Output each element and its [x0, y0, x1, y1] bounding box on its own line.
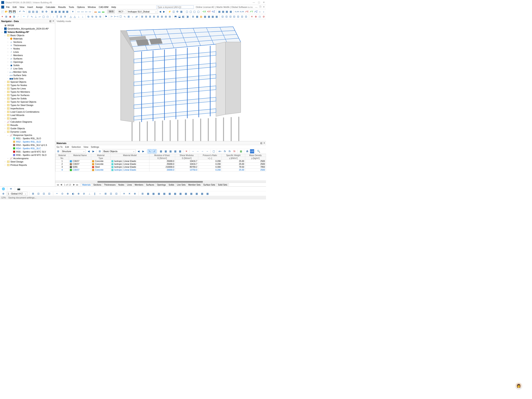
sb-t4-icon[interactable]: ⊡ [47, 192, 51, 196]
flag-icon[interactable]: ⚑ [105, 14, 108, 19]
r-d-icon[interactable]: ▢ [197, 10, 200, 14]
view-x-icon[interactable]: ↗X [245, 10, 248, 14]
vis-g-icon[interactable]: ▦ [215, 14, 218, 19]
tree-types-for-solids[interactable]: ›Types for Solids [0, 97, 55, 100]
draw-f-icon[interactable]: ▢ [42, 14, 45, 19]
vis-c-icon[interactable]: ▦ [200, 14, 203, 19]
calc-icon[interactable]: ⚡ [168, 10, 171, 14]
sun-icon[interactable]: ☀ [71, 10, 74, 14]
load-d-icon[interactable]: ⤋ [63, 14, 67, 19]
tree-guide-objects[interactable]: ›Guide Objects [0, 127, 55, 130]
tree-calculation-diagrams[interactable]: ›📈Calculation Diagrams [0, 120, 55, 123]
tree-steel-design[interactable]: ›Steel Design [0, 160, 55, 163]
tree-sections[interactable]: ›⊥Sections [0, 40, 55, 44]
tree-rs3-spettro-rsl-slv-q-1-5[interactable]: RS3 - Spettro RSL_SLV q=1.5 [0, 143, 55, 147]
sup-c-icon[interactable]: ⟂ [77, 14, 80, 19]
mp-grid-e-icon[interactable]: ▦ [178, 149, 182, 153]
grid-a-icon[interactable]: ▦ [51, 10, 53, 14]
menu-insert[interactable]: Insert [26, 5, 34, 9]
sup-b-icon[interactable]: △ [73, 14, 76, 19]
tab-solids[interactable]: Solids [167, 183, 176, 186]
mp-go2-icon[interactable]: → [196, 149, 200, 153]
seis-label[interactable]: SEIS [107, 10, 115, 13]
keyword-search[interactable] [156, 5, 194, 9]
mdi-minimize[interactable]: — [255, 6, 258, 8]
tree-rs5-spettro-cat-b-ntc-slv[interactable]: RS5 - Spettro cat B NTC SLV [0, 150, 55, 153]
sel-e-icon[interactable]: ⟋ [17, 14, 20, 19]
mp-ab-icon[interactable]: ab= [218, 149, 222, 153]
sel-b-icon[interactable]: ⊞ [5, 14, 8, 19]
sb-s4-icon[interactable]: ◐ [71, 192, 75, 196]
mp-view-icon[interactable]: ▢ [212, 149, 216, 153]
grid-e-icon[interactable]: ▦ [66, 10, 69, 14]
mp-grid-d-icon[interactable]: ▦ [173, 149, 177, 153]
minimize-button[interactable]: — [253, 1, 255, 4]
mp-next-icon[interactable]: ▶ [91, 149, 95, 153]
mod-c-icon[interactable]: ⧉ [95, 14, 98, 19]
nav-pin-icon[interactable]: ◧ [50, 20, 51, 22]
r-b-icon[interactable]: ▢ [189, 10, 192, 14]
ed-f-icon[interactable]: ⊞ [160, 14, 164, 19]
color-b-icon[interactable]: ▬ [98, 10, 101, 14]
m-d-icon[interactable]: ▦ [229, 10, 232, 14]
tree-types-for-lines[interactable]: ›Types for Lines [0, 87, 55, 90]
mp-close-icon[interactable]: ✕ [263, 142, 265, 145]
sb-x1-icon[interactable]: ✕ [122, 192, 126, 196]
sb-coord-combo[interactable]: 1 - Global XYZ [7, 192, 27, 196]
material-row-3[interactable]: 3S355SteelIsotropic | Linear Elastic2100… [56, 166, 266, 169]
dim-d-icon[interactable]: ∿ [123, 14, 126, 19]
mp-del-icon[interactable]: ✕ [184, 149, 189, 153]
sb-p10-icon[interactable]: ▦ [189, 192, 193, 196]
undo-icon[interactable]: ↶ [19, 10, 21, 14]
tree-basic-objects[interactable]: ⌄Basic Objects [0, 34, 55, 37]
snap-c-icon[interactable]: ⊡ [229, 14, 232, 19]
ed-g-icon[interactable]: ⊞ [164, 14, 167, 19]
mod-d-icon[interactable]: ⧉ [99, 14, 102, 19]
material-row-1[interactable]: 1C30/37ConcreteIsotropic | Linear Elasti… [56, 160, 266, 163]
menu-view[interactable]: View [18, 5, 26, 9]
section-d-icon[interactable]: ▭ [89, 10, 91, 14]
mp-fx1-icon[interactable]: fx [223, 149, 227, 153]
materials-table[interactable]: MaterialMaterial NameMaterialMaterial Mo… [55, 154, 266, 181]
tree-load-wizards[interactable]: ›Load Wizards [0, 114, 55, 117]
mp-bnext-icon[interactable]: ▶ [141, 149, 145, 153]
mp-go1-icon[interactable]: → [191, 149, 195, 153]
tree-results[interactable]: ›Results [0, 123, 55, 127]
tree-line-sets[interactable]: ›//Line Sets [0, 67, 55, 70]
tree-types-for-special-objects[interactable]: ›Types for Special Objects [0, 100, 55, 103]
sb-t3-icon[interactable]: ⊡ [42, 192, 46, 196]
sel-a-icon[interactable]: ✶ [1, 14, 4, 19]
color-a-icon[interactable]: ▬ [94, 10, 97, 14]
grid-b-icon[interactable]: ▦ [54, 10, 57, 14]
menu-window[interactable]: Window [86, 5, 97, 9]
tree-rs6-spettro-cat-b-ntc-slo[interactable]: RS6 - Spettro cat B NTC SLO [0, 153, 55, 157]
tree-accelerograms[interactable]: ›📈Accelerograms [0, 157, 55, 160]
menu-help[interactable]: Help [110, 5, 118, 9]
sb-world-icon[interactable]: 🌐 [1, 187, 5, 191]
mp-menu-edit[interactable]: Edit [65, 146, 69, 148]
tree-member-sets[interactable]: ›⊥⊥Member Sets [0, 70, 55, 74]
tab-solid-sets[interactable]: Solid Sets [216, 183, 229, 186]
tab-line-sets[interactable]: Line Sets [175, 183, 187, 186]
tab-nodes[interactable]: Nodes [117, 183, 126, 186]
draw-b-icon[interactable]: / [26, 14, 29, 19]
sb-p5-icon[interactable]: ▦ [162, 192, 166, 196]
snap-a-icon[interactable]: ⊡ [221, 14, 224, 19]
sb-s5-icon[interactable]: ⊗ [76, 192, 81, 196]
tab-sections[interactable]: Sections [92, 183, 103, 186]
grid-d-icon[interactable]: ▦ [62, 10, 65, 14]
navigator-tree[interactable]: ⊞RFEM›Gewinkeltes_Bürogebäude_2024-03.rf… [0, 23, 55, 186]
mesh-icon[interactable]: ◫ [172, 10, 175, 14]
mp-grid-a-icon[interactable]: ▦ [159, 149, 163, 153]
vis-f-icon[interactable]: ▦ [211, 14, 215, 19]
load-c-icon[interactable]: ⇊ [60, 14, 63, 19]
mp-structure-combo[interactable]: Structure [61, 149, 86, 153]
axis-y-icon[interactable]: ⟲Y [207, 10, 211, 14]
app-menu-icon[interactable] [1, 6, 4, 8]
tree-openings[interactable]: ›◻Openings [0, 60, 55, 63]
ed-a-icon[interactable]: ⊞ [141, 14, 144, 19]
m-c-icon[interactable]: ▦ [226, 10, 228, 14]
tree-lines[interactable]: ›/Lines [0, 50, 55, 54]
material-row-4[interactable]: 4C30/37ConcreteIsotropic | Linear Elasti… [56, 169, 266, 171]
sb-s3-icon[interactable]: ⊕ [66, 192, 70, 196]
